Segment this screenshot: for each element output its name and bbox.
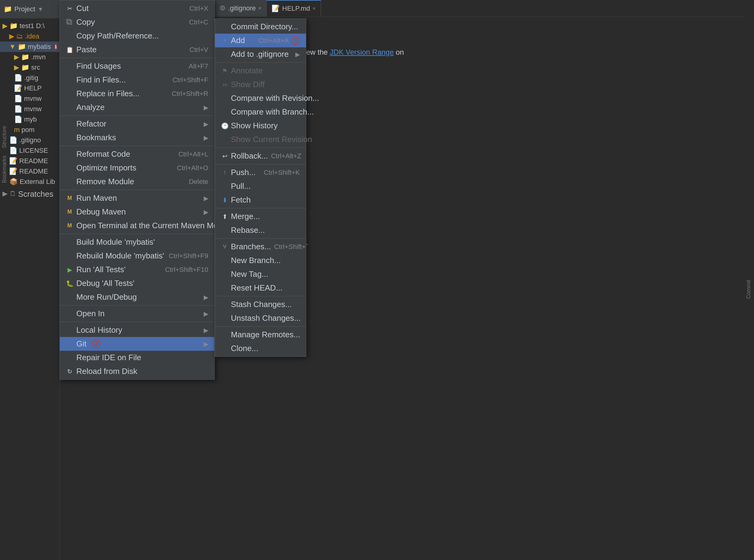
stash-icon <box>221 301 228 308</box>
sep-r2 <box>215 147 306 148</box>
git-icon <box>66 340 73 348</box>
tree-item-myb[interactable]: 📄 myb <box>0 114 59 125</box>
menu-item-optimize[interactable]: Optimize Imports Ctrl+Alt+O <box>60 161 215 175</box>
commit-strip-label[interactable]: Commit <box>746 277 752 301</box>
menu-item-local-history[interactable]: Local History ▶ <box>60 323 215 337</box>
menu-item-open-terminal[interactable]: M Open Terminal at the Current Maven Mod… <box>60 219 215 233</box>
menu-item-find-usages[interactable]: Find Usages Alt+F7 <box>60 59 215 73</box>
menu-item-push[interactable]: ↑ Push... Ctrl+Shift+K <box>215 165 306 179</box>
find-files-icon <box>66 76 73 84</box>
menu-label-analyze: Analyze <box>76 103 105 112</box>
analyze-arrow: ▶ <box>204 104 208 111</box>
menu-item-manage-remotes[interactable]: Manage Remotes... <box>215 328 306 342</box>
menu-item-bookmarks[interactable]: Bookmarks ▶ <box>60 131 215 144</box>
tab-close-gitignore[interactable]: × <box>258 5 262 12</box>
md-icon-readme1: 📝 <box>9 157 17 165</box>
more-run-arrow: ▶ <box>204 294 208 301</box>
sidebar: 📁 Project ▾ ▶ 📁 test1 D:\ ▶ 🗂 .idea ▼ 📁 … <box>0 0 60 560</box>
menu-item-add[interactable]: + Add Ctrl+Alt+A 3 <box>215 34 306 47</box>
tabs-bar: ⚙ .gitignore × 📝 HELP.md × <box>215 0 746 17</box>
menu-item-merge[interactable]: ⬆ Merge... <box>215 209 306 223</box>
open-in-arrow: ▶ <box>204 310 208 317</box>
md-icon-help: 📝 <box>14 84 22 92</box>
menu-item-show-history[interactable]: 🕐 Show History <box>215 119 306 133</box>
menu-item-debug-maven[interactable]: M Debug Maven ▶ <box>60 205 215 219</box>
tree-item-pom[interactable]: m pom <box>0 125 59 135</box>
menu-item-build-module[interactable]: Build Module 'mybatis' <box>60 235 215 249</box>
tree-item-src[interactable]: ▶ 📁 src <box>0 62 59 73</box>
tree-item-mvnw2[interactable]: 📄 mvnw <box>0 104 59 114</box>
menu-item-compare-revision[interactable]: Compare with Revision... <box>215 91 306 105</box>
tree-item-readme1[interactable]: 📝 README <box>0 156 59 166</box>
menu-item-copy[interactable]: ⿻ Copy Ctrl+C <box>60 15 215 29</box>
menu-item-remove-module[interactable]: Remove Module Delete <box>60 175 215 188</box>
menu-item-commit-dir[interactable]: Commit Directory... <box>215 20 306 34</box>
menu-item-rollback[interactable]: ↩ Rollback... Ctrl+Alt+Z <box>215 149 306 163</box>
menu-item-replace-files[interactable]: Replace in Files... Ctrl+Shift+R <box>60 87 215 101</box>
sidebar-header[interactable]: 📁 Project ▾ <box>0 0 59 18</box>
menu-item-new-branch[interactable]: New Branch... <box>215 254 306 267</box>
menu-item-rebuild-module[interactable]: Rebuild Module 'mybatis' Ctrl+Shift+F9 <box>60 249 215 263</box>
menu-item-stash[interactable]: Stash Changes... <box>215 298 306 311</box>
menu-item-run-tests[interactable]: ▶ Run 'All Tests' Ctrl+Shift+F10 <box>60 263 215 277</box>
menu-item-open-in[interactable]: Open In ▶ <box>60 307 215 320</box>
tree-item-mvnw1[interactable]: 📄 mvnw <box>0 94 59 104</box>
menu-label-annotate: Annotate <box>231 66 263 76</box>
unstash-icon <box>221 315 228 322</box>
menu-item-more-run[interactable]: More Run/Debug ▶ <box>60 290 215 304</box>
menu-item-cut[interactable]: ✂ Cut Ctrl+X <box>60 2 215 15</box>
menu-item-find-files[interactable]: Find in Files... Ctrl+Shift+F <box>60 73 215 87</box>
menu-label-fetch: Fetch <box>231 195 251 205</box>
menu-item-unstash[interactable]: Unstash Changes... <box>215 311 306 325</box>
menu-item-new-tag[interactable]: New Tag... <box>215 267 306 281</box>
compare-branch-icon <box>221 108 228 116</box>
tree-item-extlib[interactable]: ▶ 📦 External Lib <box>0 177 59 187</box>
menu-item-copy-path[interactable]: Copy Path/Reference... <box>60 29 215 43</box>
add-gitignore-arrow: ▶ <box>295 51 300 58</box>
menu-item-refactor[interactable]: Refactor ▶ <box>60 117 215 131</box>
tree-item-test1[interactable]: ▶ 📁 test1 D:\ <box>0 21 59 31</box>
tab-gitignore[interactable]: ⚙ .gitignore × <box>215 0 267 17</box>
menu-item-reload-disk[interactable]: ↻ Reload from Disk <box>60 364 215 378</box>
tree-item-scratches[interactable]: ▶ 🗒 Scratches <box>0 187 59 200</box>
tab-help-md[interactable]: 📝 HELP.md × <box>267 0 321 17</box>
replace-icon <box>66 90 73 98</box>
tree-item-idea[interactable]: ▶ 🗂 .idea <box>0 31 59 42</box>
structure-strip[interactable]: Structure <box>0 122 8 152</box>
tree-item-help[interactable]: 📝 HELP <box>0 83 59 94</box>
menu-item-pull[interactable]: Pull... <box>215 179 306 193</box>
menu-item-debug-tests[interactable]: 🐛 Debug 'All Tests' <box>60 277 215 290</box>
bookmarks-strip[interactable]: Bookmarks <box>0 152 8 187</box>
tree-item-readme2[interactable]: 📝 README <box>0 166 59 177</box>
local-history-arrow: ▶ <box>204 326 208 334</box>
tree-item-license[interactable]: 📄 LICENSE <box>0 145 59 156</box>
menu-item-clone[interactable]: Clone... <box>215 342 306 355</box>
menu-item-paste[interactable]: 📋 Paste Ctrl+V <box>60 43 215 57</box>
menu-item-fetch[interactable]: ⬇ Fetch <box>215 193 306 207</box>
menu-item-git[interactable]: Git 2 ▶ <box>60 337 215 351</box>
menu-item-analyze[interactable]: Analyze ▶ <box>60 101 215 114</box>
menu-item-add-gitignore[interactable]: Add to .gitignore ▶ <box>215 47 306 61</box>
menu-label-unstash: Unstash Changes... <box>231 314 301 323</box>
menu-item-compare-branch[interactable]: Compare with Branch... <box>215 105 306 119</box>
editor-link-jdk[interactable]: JDK Version Range <box>330 48 394 56</box>
menu-item-reset-head[interactable]: Reset HEAD... <box>215 281 306 295</box>
shortcut-rebuild: Ctrl+Shift+F9 <box>168 252 208 260</box>
sidebar-dropdown-icon[interactable]: ▾ <box>39 5 42 13</box>
file-icon-gitignore2: 📄 <box>9 136 17 144</box>
menu-item-repair-ide[interactable]: Repair IDE on File <box>60 351 215 364</box>
tree-label-readme1: README <box>19 157 48 165</box>
sep5 <box>60 234 215 234</box>
sep-r4 <box>215 208 306 208</box>
menu-item-branches[interactable]: ⑂ Branches... Ctrl+Shift+` <box>215 240 306 254</box>
menu-item-rebase[interactable]: Rebase... <box>215 223 306 237</box>
menu-item-reformat[interactable]: Reformat Code Ctrl+Alt+L <box>60 147 215 161</box>
bookmarks-icon <box>66 134 73 141</box>
tree-item-mvn[interactable]: ▶ 📁 .mvn <box>0 52 59 62</box>
tree-item-gitig1[interactable]: 📄 .gitig <box>0 73 59 83</box>
tree-item-mybatis[interactable]: ▼ 📁 mybatis 1 <box>0 42 59 52</box>
menu-item-run-maven[interactable]: M Run Maven ▶ <box>60 191 215 205</box>
tab-close-help-md[interactable]: × <box>312 5 316 12</box>
tree-item-gitignore2[interactable]: 📄 .gitigno <box>0 135 59 145</box>
shortcut-run-tests: Ctrl+Shift+F10 <box>165 266 208 274</box>
